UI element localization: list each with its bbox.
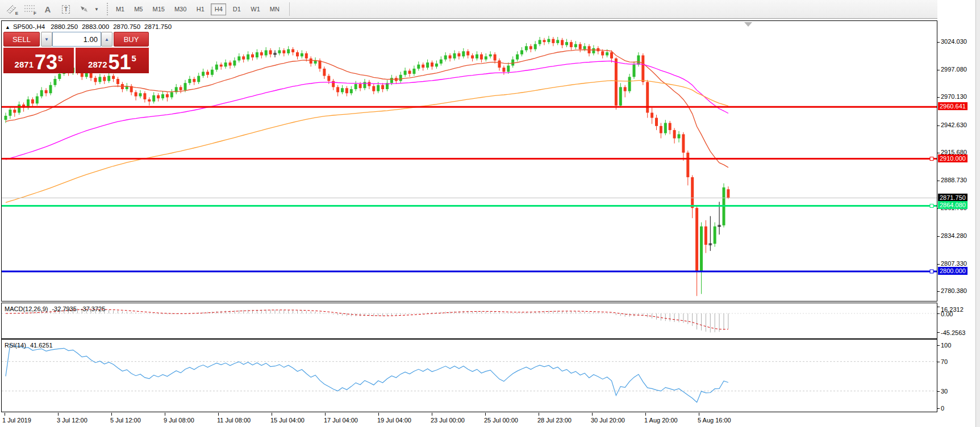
price-tick-label: 2807.330 xyxy=(941,260,967,267)
toolbar-grip xyxy=(107,3,108,15)
price-tick-mark xyxy=(937,181,940,181)
arrows-icon xyxy=(78,4,90,14)
price-line-label: 2864.080 xyxy=(938,201,968,209)
fibonacci-button[interactable]: F xyxy=(22,2,37,16)
time-tick-mark xyxy=(378,413,379,416)
rsi-tick-mark xyxy=(937,408,940,409)
macd-pane[interactable] xyxy=(1,303,937,339)
timeframe-button-h4[interactable]: H4 xyxy=(211,3,226,15)
rsi-label: RSI(14)41.6251 xyxy=(5,342,57,349)
time-axis[interactable]: 1 Jul 20193 Jul 12:005 Jul 12:009 Jul 08… xyxy=(1,413,937,427)
window-edge xyxy=(975,0,980,427)
text-box-icon: T xyxy=(62,5,70,14)
price-tick-mark xyxy=(937,97,940,98)
timeframe-button-h1[interactable]: H1 xyxy=(193,3,208,15)
rsi-tick-mark xyxy=(937,391,940,392)
buy-button[interactable]: BUY xyxy=(114,32,149,47)
macd-chart xyxy=(2,303,937,338)
bid-price-display[interactable]: 2871 73 5 xyxy=(3,48,74,73)
chart-shift-marker-icon[interactable] xyxy=(744,22,752,27)
ask-price-display[interactable]: 2872 51 5 xyxy=(76,48,149,73)
time-tick-label: 1 Jul 2019 xyxy=(2,417,31,424)
rsi-pane[interactable] xyxy=(1,339,937,412)
price-tick-label: 3024.030 xyxy=(941,38,967,45)
timeframe-button-m30[interactable]: M30 xyxy=(171,3,190,15)
price-line-label: 2960.641 xyxy=(938,102,968,110)
sell-button[interactable]: SELL xyxy=(3,32,40,47)
time-tick-mark xyxy=(5,413,5,416)
price-tick-mark xyxy=(937,153,940,153)
time-tick-label: 19 Jul 04:00 xyxy=(377,417,411,424)
time-tick-mark xyxy=(432,413,432,416)
one-click-trading-panel: SELL ▼ ▲ BUY 2871 73 5 2872 51 5 xyxy=(3,32,149,73)
price-tick-mark xyxy=(937,264,940,265)
text-label-button[interactable]: A xyxy=(40,2,56,16)
rsi-tick-mark xyxy=(937,362,940,362)
ask-big-digits: 51 xyxy=(108,53,131,72)
price-tick-label: 2834.280 xyxy=(941,232,967,239)
macd-min-label: -45.2563 xyxy=(941,329,965,336)
price-tick-mark xyxy=(937,70,940,70)
arrows-tool-button[interactable] xyxy=(76,2,92,16)
timeframe-button-m1[interactable]: M1 xyxy=(112,3,128,15)
time-tick-label: 15 Jul 04:00 xyxy=(270,417,305,424)
price-tick-mark xyxy=(937,291,940,292)
time-tick-label: 30 Jul 20:00 xyxy=(591,417,625,424)
timeframe-button-w1[interactable]: W1 xyxy=(247,3,264,15)
time-tick-label: 5 Aug 16:00 xyxy=(698,417,731,424)
rsi-chart xyxy=(2,340,937,412)
macd-signal-value: -37.3725 xyxy=(81,305,105,312)
time-tick-mark xyxy=(485,413,486,416)
time-tick-label: 23 Jul 00:00 xyxy=(431,417,465,424)
time-tick-mark xyxy=(592,413,593,416)
chart-header: ▲SP500-,H42880.2502883.0002870.7502871.7… xyxy=(5,23,176,30)
macd-tick-mark xyxy=(937,307,940,307)
ask-prefix: 2872 xyxy=(88,60,107,69)
ohlc-open: 2880.250 xyxy=(51,23,78,30)
rsi-tick-label: 30 xyxy=(941,388,948,395)
price-axis[interactable]: 3024.0302997.0802970.1302942.6302915.680… xyxy=(937,0,975,427)
time-tick-mark xyxy=(539,413,539,416)
rsi-tick-mark xyxy=(937,345,940,346)
time-tick-mark xyxy=(272,413,272,416)
volume-input[interactable] xyxy=(52,32,101,47)
price-tick-mark xyxy=(937,125,940,126)
volume-increase-button[interactable]: ▲ xyxy=(101,32,112,47)
ohlc-close: 2871.750 xyxy=(144,23,172,30)
symbol-title: SP500-,H4 xyxy=(13,23,45,30)
price-tick-label: 2970.130 xyxy=(941,93,967,100)
timeframe-button-d1[interactable]: D1 xyxy=(229,3,244,15)
time-tick-mark xyxy=(645,413,646,416)
time-tick-mark xyxy=(111,413,112,416)
arrows-dropdown-caret[interactable]: ▼ xyxy=(94,7,99,12)
toolbar: E F A T ▼ M1 M5 M15 xyxy=(0,0,980,19)
toolbar-separator xyxy=(289,2,290,16)
time-tick-label: 3 Jul 12:00 xyxy=(57,417,87,424)
time-tick-mark xyxy=(325,413,326,416)
collapse-arrow-icon[interactable]: ▲ xyxy=(5,24,10,30)
time-tick-label: 1 Aug 20:00 xyxy=(644,417,678,424)
rsi-tick-label: 100 xyxy=(941,342,951,349)
timeframe-button-m15[interactable]: M15 xyxy=(149,3,168,15)
timeframe-button-mn[interactable]: MN xyxy=(266,3,283,15)
ohlc-high: 2883.000 xyxy=(82,23,109,30)
price-tick-label: 2780.380 xyxy=(941,287,967,294)
time-tick-label: 17 Jul 04:00 xyxy=(324,417,358,424)
price-tick-mark xyxy=(937,42,940,43)
macd-main-value: -32.7935 xyxy=(52,305,76,312)
mt4-window: E F A T ▼ M1 M5 M15 xyxy=(0,0,980,427)
volume-decrease-button[interactable]: ▼ xyxy=(41,32,52,47)
rsi-tick-label: 70 xyxy=(941,358,948,365)
time-tick-label: 9 Jul 08:00 xyxy=(164,417,194,424)
time-tick-label: 25 Jul 00:00 xyxy=(484,417,518,424)
equidistant-channel-button[interactable]: E xyxy=(3,2,19,16)
time-tick-mark xyxy=(58,413,59,416)
macd-zero-label: 0.00 xyxy=(941,311,953,317)
macd-tick-mark xyxy=(937,313,940,314)
text-box-button[interactable]: T xyxy=(58,2,74,16)
timeframe-button-m5[interactable]: M5 xyxy=(131,3,146,15)
rsi-value: 41.6251 xyxy=(30,342,53,349)
bid-prefix: 2871 xyxy=(15,60,34,69)
price-line-label: 2871.750 xyxy=(938,194,968,202)
price-tick-label: 2888.730 xyxy=(941,177,967,183)
